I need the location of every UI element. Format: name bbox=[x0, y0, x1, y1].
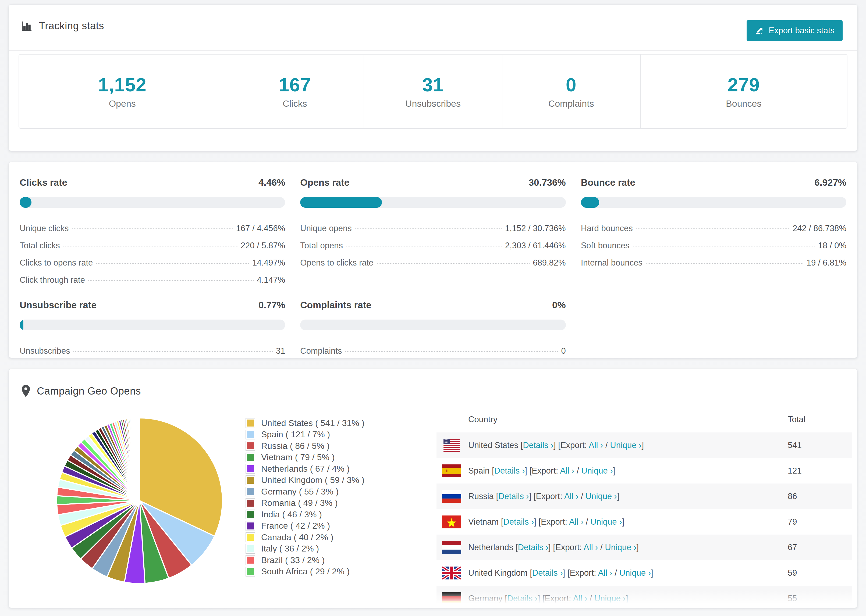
stat-box-bounces: 279Bounces bbox=[640, 55, 847, 128]
detail-label: Opens to clicks rate bbox=[300, 258, 373, 268]
details-link[interactable]: Details › bbox=[523, 440, 553, 450]
summary-stats-row: 1,152Opens167Clicks31Unsubscribes0Compla… bbox=[19, 54, 847, 129]
details-link[interactable]: Details › bbox=[532, 568, 563, 578]
table-row-us: United States [Details ›] [Export: All ›… bbox=[436, 432, 852, 458]
rate-value: 4.46% bbox=[258, 177, 285, 188]
dotted-leader bbox=[73, 351, 273, 352]
rate-rows: Unique opens1,152 / 30.736%Total opens2,… bbox=[300, 220, 565, 271]
rate-title: Opens rate bbox=[300, 177, 350, 188]
detail-value: 0 bbox=[561, 346, 565, 356]
bracket: ] bbox=[563, 568, 567, 578]
legend-label: Spain ( 121 / 7% ) bbox=[261, 429, 330, 439]
slash: / bbox=[612, 568, 619, 578]
detail-value: 167 / 4.456% bbox=[236, 224, 285, 233]
rate-detail-row: Unsubscribes31 bbox=[20, 342, 285, 359]
export-all-link[interactable]: All › bbox=[584, 543, 598, 552]
country-name: Germany bbox=[468, 594, 502, 603]
bracket: ] bbox=[617, 492, 619, 501]
campaign-geo-opens-card: Campaign Geo Opens United States ( 541 /… bbox=[9, 369, 857, 608]
bracket: ] bbox=[613, 466, 615, 475]
legend-swatch bbox=[246, 567, 255, 577]
rate-rows: Complaints0 bbox=[300, 342, 565, 359]
details-link[interactable]: Details › bbox=[518, 543, 548, 552]
country-cell: Vietnam [Details ›] [Export: All › / Uni… bbox=[468, 517, 788, 527]
rate-rows: Hard bounces242 / 86.738%Soft bounces18 … bbox=[581, 220, 846, 271]
slash: / bbox=[598, 543, 605, 552]
col-total: Total bbox=[788, 415, 852, 424]
export-prefix: [Export: bbox=[538, 517, 567, 526]
table-row-nl: Netherlands [Details ›] [Export: All › /… bbox=[436, 534, 852, 560]
export-unique-link[interactable]: Unique › bbox=[610, 440, 641, 450]
flag-gb bbox=[442, 567, 461, 580]
stat-label: Bounces bbox=[726, 98, 761, 109]
rate-detail-row: Unique clicks167 / 4.456% bbox=[20, 220, 285, 237]
export-basic-stats-button[interactable]: Export basic stats bbox=[746, 20, 842, 41]
stat-label: Opens bbox=[109, 98, 136, 109]
stat-box-complaints: 0Complaints bbox=[502, 55, 640, 128]
legend-item: United States ( 541 / 31% ) bbox=[246, 417, 436, 429]
export-all-link[interactable]: All › bbox=[564, 492, 578, 501]
details-link[interactable]: Details › bbox=[498, 492, 529, 501]
export-unique-link[interactable]: Unique › bbox=[586, 492, 617, 501]
legend-item: United Kingdom ( 59 / 3% ) bbox=[246, 475, 436, 486]
bracket: ] bbox=[529, 492, 534, 501]
stat-value: 1,152 bbox=[98, 74, 146, 96]
detail-label: Total opens bbox=[300, 241, 343, 250]
table-row-gb: United Kingdom [Details ›] [Export: All … bbox=[436, 560, 852, 586]
legend-item: Brazil ( 33 / 2% ) bbox=[246, 555, 436, 566]
detail-label: Clicks to opens rate bbox=[20, 258, 93, 268]
page-title: Tracking stats bbox=[39, 20, 104, 32]
total-cell: 79 bbox=[788, 517, 852, 527]
flag-vn bbox=[442, 515, 461, 528]
legend-label: India ( 46 / 3% ) bbox=[261, 509, 322, 520]
detail-label: Hard bounces bbox=[581, 224, 633, 233]
export-unique-link[interactable]: Unique › bbox=[594, 594, 626, 603]
dotted-leader bbox=[646, 263, 803, 264]
bracket: ] bbox=[548, 543, 553, 552]
dotted-leader bbox=[345, 351, 558, 352]
legend-label: Italy ( 36 / 2% ) bbox=[261, 544, 319, 554]
progress-bar-fill bbox=[300, 197, 382, 208]
export-prefix: [Export: bbox=[534, 492, 562, 501]
rate-block-complaints-rate: Complaints rate0%Complaints0 bbox=[300, 300, 565, 359]
details-link[interactable]: Details › bbox=[494, 466, 525, 475]
details-link[interactable]: Details › bbox=[503, 517, 534, 526]
geo-title: Campaign Geo Opens bbox=[37, 385, 141, 397]
rate-block-opens-rate: Opens rate30.736%Unique opens1,152 / 30.… bbox=[300, 177, 565, 286]
rate-rows: Unique clicks167 / 4.456%Total clicks220… bbox=[20, 220, 285, 288]
detail-label: Complaints bbox=[300, 346, 342, 356]
country-cell: United States [Details ›] [Export: All ›… bbox=[468, 440, 788, 450]
flag-de bbox=[442, 592, 461, 605]
detail-value: 1,152 / 30.736% bbox=[505, 224, 566, 233]
legend-label: United Kingdom ( 59 / 3% ) bbox=[261, 475, 364, 485]
rate-detail-row: Unique opens1,152 / 30.736% bbox=[300, 220, 565, 237]
stat-box-unsubscribes: 31Unsubscribes bbox=[364, 55, 502, 128]
export-prefix: [Export: bbox=[558, 440, 587, 450]
table-row-es: Spain [Details ›] [Export: All › / Uniqu… bbox=[436, 458, 852, 484]
details-link[interactable]: Details › bbox=[507, 594, 538, 603]
export-unique-link[interactable]: Unique › bbox=[605, 543, 636, 552]
geo-legend: United States ( 541 / 31% )Spain ( 121 /… bbox=[246, 407, 436, 608]
export-unique-link[interactable]: Unique › bbox=[581, 466, 612, 475]
bar-chart-icon bbox=[21, 20, 33, 32]
detail-value: 220 / 5.87% bbox=[241, 241, 285, 250]
table-row-de: Germany [Details ›] [Export: All › / Uni… bbox=[436, 586, 852, 608]
country-cell: Netherlands [Details ›] [Export: All › /… bbox=[468, 543, 788, 552]
export-unique-link[interactable]: Unique › bbox=[590, 517, 622, 526]
rate-detail-row: Internal bounces19 / 6.81% bbox=[581, 254, 846, 271]
detail-label: Unsubscribes bbox=[20, 346, 70, 356]
export-all-link[interactable]: All › bbox=[589, 440, 603, 450]
geo-pie-wrap bbox=[20, 407, 246, 608]
legend-item: South Africa ( 29 / 2% ) bbox=[246, 566, 436, 578]
legend-item: Italy ( 36 / 2% ) bbox=[246, 543, 436, 555]
legend-item: Canada ( 40 / 2% ) bbox=[246, 532, 436, 543]
progress-bar-fill bbox=[581, 197, 599, 208]
bracket: ] bbox=[622, 517, 625, 526]
export-unique-link[interactable]: Unique › bbox=[619, 568, 651, 578]
export-all-link[interactable]: All › bbox=[598, 568, 612, 578]
geo-table: Country Total United States [Details ›] … bbox=[436, 407, 852, 608]
export-all-link[interactable]: All › bbox=[573, 594, 587, 603]
export-all-link[interactable]: All › bbox=[569, 517, 583, 526]
export-all-link[interactable]: All › bbox=[560, 466, 574, 475]
stat-value: 279 bbox=[727, 74, 760, 96]
